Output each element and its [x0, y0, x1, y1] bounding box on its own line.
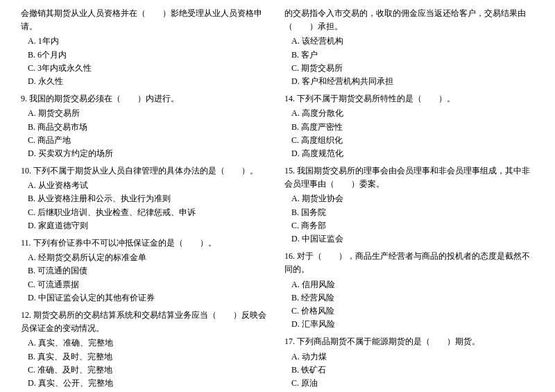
option-item: A. 经期货交易所认定的标准金单 — [28, 251, 271, 264]
option-item: C. 原油 — [291, 377, 534, 390]
option-item: C. 价格风险 — [291, 305, 534, 318]
option-item: C. 高度组织化 — [291, 134, 534, 147]
question-15-text: 15. 我国期货交易所的理事会由会员理事和非会员理事组成，其中非会员理事由（ ）… — [284, 164, 534, 191]
question-17: 17. 下列商品期货不属于能源期货的是（ ）期货。 A. 动力煤 B. 铁矿石 … — [284, 335, 534, 392]
option-item: C. 商务部 — [291, 219, 534, 232]
option-item: C. 后继职业培训、执业检查、纪律惩戒、申诉 — [28, 206, 271, 219]
question-16: 16. 对于（ ），商品生产经营者与商品的投机者的态度是截然不同的。 A. 信用… — [284, 250, 534, 331]
question-16-text: 16. 对于（ ），商品生产经营者与商品的投机者的态度是截然不同的。 — [284, 250, 534, 276]
option-item: D. 汇率风险 — [291, 318, 534, 331]
question-16-options: A. 信用风险 B. 经营风险 C. 价格风险 D. 汇率风险 — [284, 278, 534, 332]
right-column: 的交易指令入市交易的，收取的佣金应当返还给客户，交易结果由（ ）承担。 A. 该… — [284, 7, 534, 392]
page-content: 会撤销其期货从业人员资格并在（ ）影绝受理从业人员资格申请。 A. 1年内 B.… — [21, 7, 534, 392]
question-14-options: A. 高度分散化 B. 高度严密性 C. 高度组织化 D. 高度规范化 — [284, 107, 534, 160]
option-item: B. 客户 — [291, 49, 534, 62]
question-9-text: 9. 我国的期货交易必须在（ ）内进行。 — [21, 92, 271, 105]
question-12-text: 12. 期货交易所的交易结算系统和交易结算业务应当（ ）反映会员保证金的变动情况… — [21, 309, 271, 335]
question-fim: 会撤销其期货从业人员资格并在（ ）影绝受理从业人员资格申请。 A. 1年内 B.… — [21, 7, 271, 88]
question-13-cont: 的交易指令入市交易的，收取的佣金应当返还给客户，交易结果由（ ）承担。 A. 该… — [284, 7, 534, 88]
option-item: D. 高度规范化 — [291, 147, 534, 160]
option-item: D. 买卖双方约定的场所 — [28, 147, 271, 160]
option-item: A. 从业资格考试 — [28, 179, 271, 192]
option-item: D. 客户和经营机构共同承担 — [291, 75, 534, 88]
question-15: 15. 我国期货交易所的理事会由会员理事和非会员理事组成，其中非会员理事由（ ）… — [284, 164, 534, 246]
question-fim-text: 会撤销其期货从业人员资格并在（ ）影绝受理从业人员资格申请。 — [21, 7, 271, 33]
option-item: B. 经营风险 — [291, 291, 534, 305]
question-14-text: 14. 下列不属于期货交易所特性的是（ ）。 — [284, 92, 534, 105]
option-item: B. 可流通的国债 — [28, 264, 271, 278]
option-item: B. 国务院 — [291, 206, 534, 219]
question-11: 11. 下列有价证券中不可以冲抵保证金的是（ ）。 A. 经期货交易所认定的标准… — [21, 237, 271, 305]
option-item: B. 铁矿石 — [291, 364, 534, 377]
option-item: B. 6个月内 — [28, 49, 271, 62]
question-15-options: A. 期货业协会 B. 国务院 C. 商务部 D. 中国证监会 — [284, 192, 534, 246]
question-17-text: 17. 下列商品期货不属于能源期货的是（ ）期货。 — [284, 335, 534, 348]
left-column: 会撤销其期货从业人员资格并在（ ）影绝受理从业人员资格申请。 A. 1年内 B.… — [21, 7, 271, 392]
question-13-cont-text: 的交易指令入市交易的，收取的佣金应当返还给客户，交易结果由（ ）承担。 — [284, 7, 534, 33]
question-17-options: A. 动力煤 B. 铁矿石 C. 原油 D. 燃料油 — [284, 350, 534, 393]
option-item: D. 中国证监会 — [291, 232, 534, 246]
question-10: 10. 下列不属于期货从业人员自律管理的具体办法的是（ ）。 A. 从业资格考试… — [21, 164, 271, 232]
option-item: A. 真实、准确、完整地 — [28, 336, 271, 350]
option-item: A. 该经营机构 — [291, 35, 534, 48]
question-9-options: A. 期货交易所 B. 商品交易市场 C. 商品产地 D. 买卖双方约定的场所 — [21, 107, 271, 160]
option-item: C. 商品产地 — [28, 134, 271, 147]
option-item: C. 准确、及时、完整地 — [28, 364, 271, 377]
question-9: 9. 我国的期货交易必须在（ ）内进行。 A. 期货交易所 B. 商品交易市场 … — [21, 92, 271, 160]
option-item: B. 真实、及时、完整地 — [28, 350, 271, 364]
option-item: C. 期货交易所 — [291, 62, 534, 75]
question-11-text: 11. 下列有价证券中不可以冲抵保证金的是（ ）。 — [21, 237, 271, 250]
option-item: A. 高度分散化 — [291, 107, 534, 120]
option-item: A. 1年内 — [28, 35, 271, 48]
option-item: D. 真实、公开、完整地 — [28, 377, 271, 390]
option-item: D. 中国证监会认定的其他有价证券 — [28, 291, 271, 305]
question-12-options: A. 真实、准确、完整地 B. 真实、及时、完整地 C. 准确、及时、完整地 D… — [21, 336, 271, 390]
question-10-options: A. 从业资格考试 B. 从业资格注册和公示、执业行为准则 C. 后继职业培训、… — [21, 179, 271, 232]
question-12: 12. 期货交易所的交易结算系统和交易结算业务应当（ ）反映会员保证金的变动情况… — [21, 309, 271, 390]
question-13-cont-options: A. 该经营机构 B. 客户 C. 期货交易所 D. 客户和经营机构共同承担 — [284, 35, 534, 88]
option-item: D. 永久性 — [28, 75, 271, 88]
option-item: C. 3年内或永久性 — [28, 62, 271, 75]
two-column-layout: 会撤销其期货从业人员资格并在（ ）影绝受理从业人员资格申请。 A. 1年内 B.… — [21, 7, 534, 392]
question-fim-options: A. 1年内 B. 6个月内 C. 3年内或永久性 D. 永久性 — [21, 35, 271, 88]
option-item: A. 信用风险 — [291, 278, 534, 291]
question-11-options: A. 经期货交易所认定的标准金单 B. 可流通的国债 C. 可流通票据 D. 中… — [21, 251, 271, 305]
question-10-text: 10. 下列不属于期货从业人员自律管理的具体办法的是（ ）。 — [21, 164, 271, 178]
option-item: B. 商品交易市场 — [28, 121, 271, 134]
option-item: D. 家庭道德守则 — [28, 219, 271, 232]
option-item: B. 高度严密性 — [291, 121, 534, 134]
option-item: A. 期货交易所 — [28, 107, 271, 120]
option-item: A. 期货业协会 — [291, 192, 534, 205]
question-14: 14. 下列不属于期货交易所特性的是（ ）。 A. 高度分散化 B. 高度严密性… — [284, 92, 534, 160]
option-item: A. 动力煤 — [291, 350, 534, 364]
option-item: B. 从业资格注册和公示、执业行为准则 — [28, 192, 271, 205]
option-item: C. 可流通票据 — [28, 278, 271, 291]
